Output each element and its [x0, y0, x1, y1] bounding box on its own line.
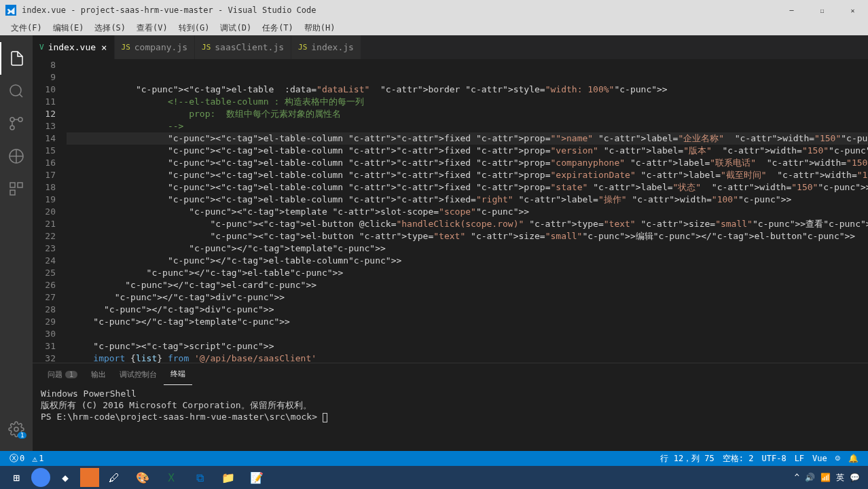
panel-tab-debug-console[interactable]: 调试控制台	[113, 363, 164, 385]
search-icon[interactable]	[0, 75, 33, 107]
taskbar-chrome-icon[interactable]	[31, 468, 50, 487]
source-control-icon[interactable]	[0, 107, 33, 140]
status-language[interactable]: Vue	[808, 453, 831, 465]
taskbar-notepad-icon[interactable]: 📝	[243, 467, 270, 488]
svg-point-2	[18, 117, 22, 122]
status-encoding[interactable]: UTF-8	[758, 453, 791, 465]
tray-action-center-icon[interactable]: 💬	[850, 473, 860, 482]
line-gutter: 8910111213141516171819202122232425262728…	[33, 59, 67, 363]
status-eol[interactable]: LF	[791, 453, 808, 465]
svg-rect-8	[10, 183, 15, 187]
menu-view[interactable]: 查看(V)	[131, 22, 173, 34]
code-content[interactable]: "c-punc"><"c-tag">el-table :data="dataLi…	[67, 59, 868, 363]
maximize-button[interactable]: ☐	[807, 0, 837, 20]
menu-file[interactable]: 文件(F)	[5, 22, 48, 34]
svg-rect-10	[10, 190, 15, 195]
status-bar: ⓧ0 ⚠1 行 12，列 75 空格: 2 UTF-8 LF Vue ☺ 🔔	[0, 451, 868, 466]
code-editor[interactable]: 8910111213141516171819202122232425262728…	[33, 59, 868, 363]
tray-ime[interactable]: 英	[836, 472, 844, 484]
panel-tab-problems[interactable]: 问题1	[41, 363, 84, 385]
editor-tabs: Vindex.vue× JScompany.js JSsaasClient.js…	[33, 35, 868, 59]
taskbar-app-icon[interactable]: ◆	[52, 467, 79, 488]
status-ln-col[interactable]: 行 12，列 75	[656, 453, 718, 465]
taskbar-app-icon[interactable]: 🖊	[101, 467, 128, 488]
panel-tab-terminal[interactable]: 终端	[164, 363, 192, 385]
svg-line-1	[20, 94, 22, 97]
close-button[interactable]: ✕	[837, 0, 868, 20]
windows-taskbar: ⊞ ◆ 🖊 🎨 X ⧉ 📁 📝 ^ 🔊 📶 英 💬	[0, 466, 868, 489]
extensions-icon[interactable]	[0, 173, 33, 205]
svg-point-11	[14, 427, 18, 431]
tab-index-vue[interactable]: Vindex.vue×	[33, 35, 115, 59]
close-icon[interactable]: ×	[101, 42, 107, 53]
menu-edit[interactable]: 编辑(E)	[48, 22, 90, 34]
taskbar-app-icon[interactable]: 🎨	[129, 467, 156, 488]
menu-debug[interactable]: 调试(D)	[215, 22, 257, 34]
window-title: index.vue - project-saas-hrm-vue-master …	[22, 5, 776, 15]
taskbar-excel-icon[interactable]: X	[158, 467, 185, 488]
tab-index-js[interactable]: JSindex.js	[291, 35, 361, 59]
tab-company-js[interactable]: JScompany.js	[115, 35, 196, 59]
tray-volume-icon[interactable]: 🔊	[805, 473, 815, 482]
editor-area: Vindex.vue× JScompany.js JSsaasClient.js…	[33, 35, 868, 451]
menu-bar: 文件(F) 编辑(E) 选择(S) 查看(V) 转到(G) 调试(D) 任务(T…	[0, 20, 868, 35]
svg-point-0	[10, 85, 21, 96]
activity-bar	[0, 35, 33, 451]
tray-chevron-icon[interactable]: ^	[795, 473, 799, 482]
tray-wifi-icon[interactable]: 📶	[820, 473, 831, 482]
taskbar-explorer-icon[interactable]: 📁	[215, 467, 242, 488]
status-errors[interactable]: ⓧ0 ⚠1	[5, 452, 48, 465]
minimize-button[interactable]: ─	[776, 0, 807, 20]
menu-help[interactable]: 帮助(H)	[299, 22, 341, 34]
svg-rect-9	[18, 183, 22, 187]
settings-gear-icon[interactable]: 1	[0, 413, 33, 446]
status-feedback-icon[interactable]: ☺	[831, 453, 844, 465]
svg-point-3	[10, 126, 14, 130]
tab-saas-client-js[interactable]: JSsaasClient.js	[195, 35, 291, 59]
menu-task[interactable]: 任务(T)	[257, 22, 299, 34]
explorer-icon[interactable]	[0, 42, 33, 75]
terminal-content[interactable]: Windows PowerShell版权所有 (C) 2016 Microsof…	[33, 385, 868, 451]
taskbar-vscode-icon[interactable]: ⧉	[186, 467, 213, 488]
status-notifications-icon[interactable]: 🔔	[844, 453, 863, 465]
debug-icon[interactable]	[0, 140, 33, 173]
panel-tab-output[interactable]: 输出	[84, 363, 113, 385]
menu-select[interactable]: 选择(S)	[89, 22, 131, 34]
vscode-icon	[5, 5, 16, 16]
taskbar-app-icon[interactable]	[80, 468, 99, 487]
start-button[interactable]: ⊞	[3, 467, 30, 488]
window-titlebar: index.vue - project-saas-hrm-vue-master …	[0, 0, 868, 20]
svg-point-4	[10, 117, 14, 122]
status-spaces[interactable]: 空格: 2	[719, 453, 758, 465]
menu-goto[interactable]: 转到(G)	[173, 22, 215, 34]
panel-tabs: 问题1 输出 调试控制台 终端 2: powershell + ◫ 🗑 ^ ☐ …	[33, 363, 868, 385]
system-tray: ^ 🔊 📶 英 💬	[795, 472, 865, 484]
bottom-panel: 问题1 输出 调试控制台 终端 2: powershell + ◫ 🗑 ^ ☐ …	[33, 363, 868, 451]
